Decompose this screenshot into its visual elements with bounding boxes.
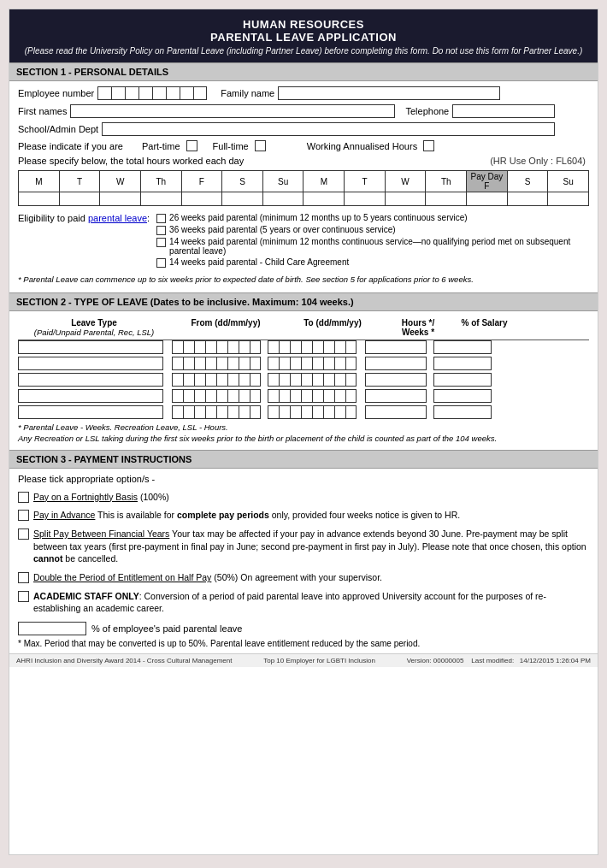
hours-cell-14[interactable]	[548, 192, 589, 206]
hours-weeks-input-3[interactable]	[365, 389, 427, 403]
from-cell-4-3[interactable]	[205, 405, 216, 419]
hours-weeks-input-0[interactable]	[365, 340, 427, 354]
from-cell-3-1[interactable]	[183, 389, 194, 403]
to-cell-2-0[interactable]	[268, 373, 279, 387]
from-cell-1-6[interactable]	[239, 357, 250, 370]
from-cell-4-6[interactable]	[239, 405, 250, 419]
from-cell-1-0[interactable]	[172, 357, 183, 370]
from-cell-0-1[interactable]	[183, 340, 194, 354]
to-cell-2-3[interactable]	[301, 373, 312, 387]
parttime-checkbox-item[interactable]: Part-time	[142, 140, 197, 151]
to-cell-0-5[interactable]	[323, 340, 334, 354]
to-cell-3-7[interactable]	[345, 389, 357, 403]
emp-cell-1[interactable]	[97, 86, 111, 100]
pct-salary-input-3[interactable]	[433, 389, 492, 403]
from-cell-1-7[interactable]	[250, 357, 261, 370]
to-cell-3-6[interactable]	[334, 389, 345, 403]
emp-cell-2[interactable]	[111, 86, 125, 100]
hours-cell-3[interactable]	[100, 192, 141, 206]
hours-cell-11[interactable]	[426, 192, 467, 206]
leave-type-input-3[interactable]	[18, 389, 163, 403]
fulltime-checkbox-item[interactable]: Full-time	[213, 140, 266, 151]
pct-salary-input-1[interactable]	[433, 357, 492, 370]
from-cell-4-5[interactable]	[227, 405, 239, 419]
to-cell-4-1[interactable]	[279, 405, 290, 419]
pay-checkbox-4[interactable]	[18, 572, 29, 583]
hours-cell-2[interactable]	[59, 192, 100, 206]
pay-checkbox-3[interactable]	[18, 528, 29, 540]
to-cell-3-5[interactable]	[323, 389, 334, 403]
from-cell-2-0[interactable]	[172, 373, 183, 387]
to-cell-0-4[interactable]	[312, 340, 323, 354]
from-cell-1-4[interactable]	[216, 357, 227, 370]
from-cell-4-0[interactable]	[172, 405, 183, 419]
from-cell-1-5[interactable]	[227, 357, 239, 370]
to-cell-3-1[interactable]	[279, 389, 290, 403]
hours-weeks-input-2[interactable]	[365, 373, 427, 387]
pay-checkbox-2[interactable]	[18, 510, 29, 521]
from-cell-0-7[interactable]	[250, 340, 261, 354]
hours-cell-6[interactable]	[222, 192, 263, 206]
to-cell-1-4[interactable]	[312, 357, 323, 370]
from-cell-2-1[interactable]	[183, 373, 194, 387]
elig-checkbox-1[interactable]	[156, 214, 166, 223]
from-cell-3-2[interactable]	[194, 389, 205, 403]
to-cell-1-0[interactable]	[268, 357, 279, 370]
parttime-checkbox[interactable]	[186, 140, 197, 151]
family-name-input[interactable]	[278, 86, 500, 100]
pay-checkbox-1[interactable]	[18, 492, 29, 503]
elig-checkbox-2[interactable]	[156, 226, 166, 235]
to-cell-1-6[interactable]	[334, 357, 345, 370]
to-cell-2-7[interactable]	[345, 373, 357, 387]
hours-cell-9[interactable]	[345, 192, 386, 206]
to-cell-2-1[interactable]	[279, 373, 290, 387]
from-cell-3-0[interactable]	[172, 389, 183, 403]
to-cell-4-2[interactable]	[290, 405, 301, 419]
hours-cell-5[interactable]	[181, 192, 222, 206]
to-cell-0-6[interactable]	[334, 340, 345, 354]
emp-cell-5[interactable]	[152, 86, 166, 100]
from-cell-1-3[interactable]	[205, 357, 216, 370]
emp-cell-6[interactable]	[166, 86, 180, 100]
to-cell-1-5[interactable]	[323, 357, 334, 370]
leave-type-input-0[interactable]	[18, 340, 163, 354]
pay-checkbox-5[interactable]	[18, 591, 29, 602]
first-names-input[interactable]	[70, 104, 395, 118]
to-cell-0-3[interactable]	[301, 340, 312, 354]
to-cell-1-1[interactable]	[279, 357, 290, 370]
to-cell-4-4[interactable]	[312, 405, 323, 419]
hours-cell-8[interactable]	[304, 192, 345, 206]
from-cell-4-7[interactable]	[250, 405, 261, 419]
to-cell-4-0[interactable]	[268, 405, 279, 419]
pct-salary-input-2[interactable]	[433, 373, 492, 387]
from-cell-0-2[interactable]	[194, 340, 205, 354]
leave-type-input-4[interactable]	[18, 405, 163, 419]
to-cell-0-1[interactable]	[279, 340, 290, 354]
to-cell-0-0[interactable]	[268, 340, 279, 354]
hours-input-row[interactable]	[19, 192, 589, 206]
from-cell-2-4[interactable]	[216, 373, 227, 387]
working-hours-item[interactable]: Working Annualised Hours	[307, 140, 434, 151]
leave-type-input-2[interactable]	[18, 373, 163, 387]
to-cell-3-0[interactable]	[268, 389, 279, 403]
hours-cell-4[interactable]	[140, 192, 181, 206]
emp-cell-8[interactable]	[193, 86, 207, 100]
from-cell-2-7[interactable]	[250, 373, 261, 387]
to-cell-1-2[interactable]	[290, 357, 301, 370]
from-cell-0-5[interactable]	[227, 340, 239, 354]
from-cell-2-2[interactable]	[194, 373, 205, 387]
hours-cell-12[interactable]	[467, 192, 508, 206]
to-cell-3-4[interactable]	[312, 389, 323, 403]
elig-checkbox-3[interactable]	[156, 238, 166, 247]
to-cell-1-3[interactable]	[301, 357, 312, 370]
from-cell-2-6[interactable]	[239, 373, 250, 387]
to-cell-4-6[interactable]	[334, 405, 345, 419]
from-cell-4-4[interactable]	[216, 405, 227, 419]
emp-cell-3[interactable]	[125, 86, 138, 100]
to-cell-4-7[interactable]	[345, 405, 357, 419]
pct-salary-input-0[interactable]	[433, 340, 492, 354]
from-cell-3-7[interactable]	[250, 389, 261, 403]
from-cell-4-1[interactable]	[183, 405, 194, 419]
working-hours-checkbox[interactable]	[423, 140, 434, 151]
from-cell-1-2[interactable]	[194, 357, 205, 370]
